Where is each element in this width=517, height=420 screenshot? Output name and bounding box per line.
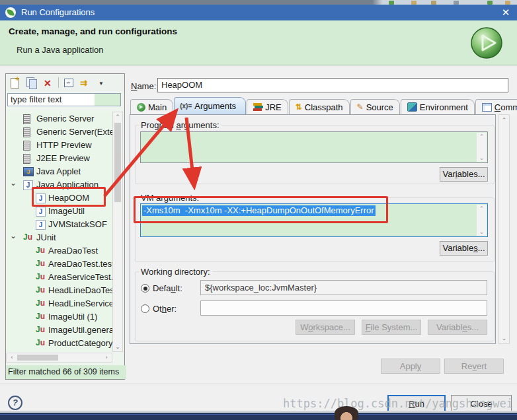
tree-item-junit[interactable]: ⌄JuJUnit bbox=[6, 231, 112, 244]
filter-icon[interactable]: ⇉ bbox=[80, 78, 87, 89]
duplicate-icon[interactable] bbox=[26, 77, 37, 88]
tab-label: JRE bbox=[265, 102, 282, 112]
close-button[interactable]: Close bbox=[451, 395, 512, 413]
scrollbar-thumb[interactable] bbox=[114, 123, 121, 202]
collapse-all-icon[interactable]: − bbox=[64, 77, 74, 88]
vm-arguments-selected-text[interactable]: -Xms10m -Xmx10m -XX:+HeapDumpOnOutOfMemo… bbox=[142, 205, 376, 216]
tree-item-java-application[interactable]: ⌄JJava Application bbox=[6, 178, 112, 192]
scroll-left-icon[interactable]: ‹ bbox=[9, 354, 15, 361]
dropdown-caret-icon[interactable]: ▼ bbox=[99, 81, 104, 92]
tab-arguments[interactable]: (x)=Arguments bbox=[174, 97, 246, 114]
header-subtitle: Run a Java application bbox=[17, 45, 104, 55]
delete-icon[interactable]: ✕ bbox=[44, 78, 52, 89]
close-icon[interactable]: ✕ bbox=[497, 6, 514, 19]
tree-item-generic-server-external[interactable]: Generic Server(Exter bbox=[6, 125, 112, 139]
server-icon bbox=[23, 141, 30, 151]
tab-jre[interactable]: JRE bbox=[247, 99, 288, 114]
variables-button-vm[interactable]: Variables... bbox=[440, 241, 488, 256]
tree-item-label: ImageUtil (1) bbox=[48, 310, 97, 324]
tree-item-http-preview[interactable]: HTTP Preview bbox=[6, 139, 112, 152]
tree-item-label: AreaDaoTest.test bbox=[48, 258, 112, 271]
scroll-down-icon[interactable]: ⌄ bbox=[499, 335, 509, 341]
tree-item-label: AreaDaoTest bbox=[48, 244, 98, 258]
tab-classpath[interactable]: ⇅Classpath bbox=[289, 99, 350, 114]
tree-item-jvmstatcksof[interactable]: JJVMStatckSOF bbox=[6, 218, 112, 231]
junit-icon: Ju bbox=[36, 246, 46, 255]
tab-label: Source bbox=[366, 102, 393, 112]
footer-separator bbox=[0, 384, 517, 385]
chevron-down-icon[interactable]: ⌄ bbox=[10, 176, 17, 190]
tree-item-imageutil-1[interactable]: JuImageUtil (1) bbox=[6, 310, 112, 324]
tree-item-heapoom[interactable]: JHeapOOM bbox=[6, 192, 112, 205]
scroll-right-icon[interactable]: › bbox=[103, 354, 110, 361]
run-button[interactable]: Run bbox=[387, 395, 446, 413]
tab-label: Arguments bbox=[194, 101, 236, 111]
tree-item-label: HeapOOM bbox=[48, 192, 89, 205]
tree-horizontal-scrollbar[interactable]: ‹ › bbox=[6, 353, 112, 363]
junit-icon: Ju bbox=[23, 233, 34, 242]
title-bar: Run Configurations ✕ bbox=[0, 5, 517, 20]
scroll-up-icon[interactable]: ⌃ bbox=[477, 205, 487, 212]
tree-item-j2ee-preview[interactable]: J2EE Preview bbox=[6, 152, 112, 165]
panel-toolbar: + ✕ − ⇉ ▼ bbox=[6, 74, 124, 92]
tree-item-generic-server[interactable]: Generic Server bbox=[6, 112, 112, 125]
tree-item-areadaotest[interactable]: JuAreaDaoTest bbox=[6, 244, 112, 258]
scroll-up-icon[interactable]: ⌃ bbox=[477, 133, 487, 140]
tab-main[interactable]: Main bbox=[130, 99, 173, 114]
junit-icon: Ju bbox=[36, 260, 46, 268]
file-system-button[interactable]: File System... bbox=[362, 320, 421, 335]
variables-button-workingdir[interactable]: Variables... bbox=[428, 320, 487, 335]
tab-source[interactable]: ✎Source bbox=[350, 99, 400, 114]
tree-item-areaservicetest[interactable]: JuAreaServiceTest.t bbox=[6, 271, 112, 284]
help-icon[interactable]: ? bbox=[8, 396, 22, 410]
content-vertical-scrollbar[interactable]: ⌃ ⌄ bbox=[498, 114, 510, 344]
source-pencil-icon: ✎ bbox=[357, 102, 364, 112]
scroll-down-icon[interactable]: ⌄ bbox=[113, 343, 122, 350]
tree-item-label: ProductCategory bbox=[48, 337, 112, 350]
textarea-scrollbar[interactable]: ⌃⌄ bbox=[477, 205, 487, 236]
new-configuration-icon[interactable]: + bbox=[11, 77, 20, 88]
chevron-down-icon[interactable]: ⌄ bbox=[10, 229, 17, 242]
tab-environment[interactable]: Environment bbox=[401, 99, 475, 114]
run-main-icon bbox=[137, 103, 145, 112]
tree-vertical-scrollbar[interactable]: ⌃ ⌄ bbox=[112, 112, 123, 352]
tree-item-headlineservice[interactable]: JuHeadLineService bbox=[6, 297, 112, 310]
server-icon bbox=[23, 154, 30, 164]
tree-item-label: AreaServiceTest.t bbox=[48, 271, 112, 284]
apply-button[interactable]: Apply bbox=[381, 359, 440, 374]
tree-item-headlinedaotest[interactable]: JuHeadLineDaoTes bbox=[6, 284, 112, 297]
junit-icon: Ju bbox=[36, 339, 46, 347]
tree-item-label: HeadLineDaoTes bbox=[48, 284, 112, 297]
workspace-button[interactable]: Workspace... bbox=[296, 320, 355, 335]
java-launch-icon: J bbox=[36, 193, 46, 203]
revert-button[interactable]: Revert bbox=[444, 359, 504, 374]
tree-item-label: HTTP Preview bbox=[36, 139, 92, 152]
variables-button-program[interactable]: Variables... bbox=[440, 167, 488, 182]
filter-input[interactable]: type filter text bbox=[7, 93, 121, 106]
default-directory-field[interactable]: ${workspace_loc:JvmMaster} bbox=[200, 280, 487, 295]
textarea-scrollbar[interactable]: ⌃⌄ bbox=[477, 133, 487, 162]
background-app-strip bbox=[0, 0, 517, 5]
junit-icon: Ju bbox=[36, 326, 46, 334]
run-configurations-dialog: Run Configurations ✕ Create, manage, and… bbox=[0, 5, 517, 411]
scroll-down-icon[interactable]: ⌄ bbox=[477, 155, 487, 161]
tree-item-java-applet[interactable]: JJava Applet bbox=[6, 165, 112, 178]
tree-item-label: ImageUtil bbox=[48, 205, 85, 218]
tree-item-productcategory[interactable]: JuProductCategory bbox=[6, 337, 112, 350]
other-radio-label: Other: bbox=[153, 304, 177, 314]
scroll-up-icon[interactable]: ⌃ bbox=[499, 117, 509, 123]
tree-item-imageutil[interactable]: JImageUtil bbox=[6, 205, 112, 218]
tab-common[interactable]: Common bbox=[475, 99, 517, 114]
tree-item-areadaotest-test[interactable]: JuAreaDaoTest.test bbox=[6, 258, 112, 271]
tree-item-imageutil-general[interactable]: JuImageUtil.genera bbox=[6, 324, 112, 337]
scroll-up-icon[interactable]: ⌃ bbox=[113, 114, 122, 120]
default-radio[interactable] bbox=[141, 284, 149, 293]
program-arguments-textarea[interactable]: ⌃⌄ bbox=[140, 131, 488, 163]
other-radio[interactable] bbox=[141, 304, 149, 313]
table-icon bbox=[482, 103, 492, 112]
scrollbar-thumb[interactable] bbox=[17, 355, 58, 361]
junit-icon: Ju bbox=[36, 312, 46, 321]
scroll-down-icon[interactable]: ⌄ bbox=[477, 228, 487, 235]
other-directory-field[interactable] bbox=[200, 300, 487, 316]
name-input[interactable]: HeapOOM bbox=[157, 78, 508, 92]
